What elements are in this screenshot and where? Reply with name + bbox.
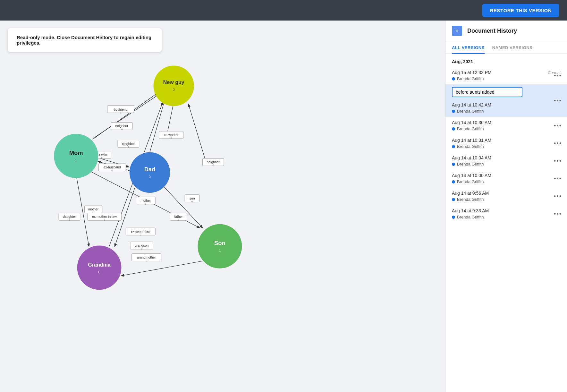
svg-text:grandmother: grandmother	[137, 256, 156, 259]
history-item[interactable]: Aug 14 at 10:31 AM Brenda Griffith •••	[445, 134, 567, 152]
author-name: Brenda Griffith	[457, 109, 484, 114]
svg-text:0: 0	[112, 169, 113, 172]
history-item-author: Brenda Griffith	[452, 76, 561, 81]
author-dot	[452, 180, 455, 183]
svg-text:ex-wife: ex-wife	[97, 153, 107, 157]
history-item-time: Aug 14 at 10:31 AM	[452, 138, 561, 143]
svg-text:0: 0	[212, 164, 214, 167]
svg-text:0: 0	[146, 259, 147, 262]
history-item[interactable]: Aug 14 at 10:42 AM Brenda Griffith •••	[445, 84, 567, 117]
history-item-author: Brenda Griffith	[452, 197, 561, 202]
author-dot	[452, 77, 455, 81]
history-item-time: Aug 14 at 9:33 AM	[452, 208, 561, 213]
svg-text:0: 0	[191, 200, 193, 203]
history-item[interactable]: Aug 14 at 9:56 AM Brenda Griffith •••	[445, 187, 567, 205]
more-options-button[interactable]: •••	[554, 193, 562, 200]
svg-text:0: 0	[178, 218, 179, 221]
author-name: Brenda Griffith	[457, 76, 484, 81]
canvas-area: Read-only mode. Close Document History t…	[0, 21, 445, 392]
svg-text:0: 0	[173, 88, 175, 91]
svg-text:mother: mother	[88, 208, 99, 211]
more-options-button[interactable]: •••	[554, 72, 562, 79]
svg-point-73	[77, 245, 122, 290]
svg-text:0: 0	[149, 175, 151, 179]
author-dot	[452, 216, 455, 219]
svg-text:1: 1	[75, 158, 77, 162]
history-item[interactable]: Aug 14 at 10:04 AM Brenda Griffith •••	[445, 152, 567, 170]
author-name: Brenda Griffith	[457, 215, 484, 219]
history-item-author: Brenda Griffith	[452, 215, 561, 219]
more-options-button[interactable]: •••	[554, 158, 562, 164]
more-options-button[interactable]: •••	[554, 175, 562, 182]
svg-point-61	[154, 65, 194, 106]
svg-text:daughter: daughter	[63, 215, 76, 218]
svg-line-1	[95, 94, 159, 137]
graph-container: boyfriend 0 neighbor 0 co-worker 0 neigh…	[0, 21, 445, 392]
svg-text:neighbor: neighbor	[115, 124, 129, 128]
svg-text:0: 0	[69, 218, 70, 221]
history-item-time: Aug 14 at 10:36 AM	[452, 120, 561, 125]
tab-all-versions[interactable]: ALL VERSIONS	[452, 41, 485, 54]
panel-title: Document History	[467, 28, 517, 34]
name-input-container	[445, 84, 567, 100]
svg-text:New guy: New guy	[163, 79, 184, 85]
svg-text:0: 0	[141, 247, 142, 250]
history-item-time: Aug 14 at 10:42 AM	[452, 102, 561, 107]
svg-text:0: 0	[145, 202, 147, 205]
close-panel-button[interactable]: ×	[452, 26, 462, 36]
svg-text:0: 0	[128, 146, 129, 149]
svg-text:ex-husband: ex-husband	[104, 166, 121, 169]
history-item[interactable]: Aug 15 at 12:33 PM Brenda Griffith Curre…	[445, 67, 567, 84]
svg-text:ex-son-in-law: ex-son-in-law	[131, 230, 151, 233]
readonly-text: Read-only mode. Close Document History t…	[17, 35, 151, 46]
history-item-time: Aug 14 at 10:00 AM	[452, 173, 561, 178]
history-item-time: Aug 14 at 10:04 AM	[452, 155, 561, 160]
svg-text:0: 0	[170, 137, 172, 140]
topbar: RESTORE THIS VERSION	[0, 0, 567, 21]
history-item-author: Brenda Griffith	[452, 109, 561, 114]
history-list: Aug, 2021 Aug 15 at 12:33 PM Brenda Grif…	[445, 54, 567, 392]
history-item-author: Brenda Griffith	[452, 126, 561, 131]
panel-tabs: ALL VERSIONS NAMED VERSIONS	[445, 41, 567, 54]
more-options-button[interactable]: •••	[554, 210, 562, 217]
svg-text:neighbor: neighbor	[207, 160, 220, 164]
readonly-banner: Read-only mode. Close Document History t…	[8, 28, 162, 52]
svg-text:1: 1	[219, 249, 221, 252]
svg-text:Grandma: Grandma	[88, 262, 111, 268]
author-dot	[452, 110, 455, 113]
svg-text:Mom: Mom	[69, 149, 83, 156]
author-name: Brenda Griffith	[457, 179, 484, 184]
svg-text:father: father	[174, 215, 183, 218]
history-item-author: Brenda Griffith	[452, 144, 561, 149]
history-item-author: Brenda Griffith	[452, 179, 561, 184]
history-item[interactable]: Aug 14 at 10:00 AM Brenda Griffith •••	[445, 170, 567, 187]
svg-text:son: son	[190, 197, 195, 200]
history-item-author: Brenda Griffith	[452, 162, 561, 166]
version-name-input[interactable]	[452, 87, 522, 97]
more-options-button[interactable]: •••	[554, 122, 562, 129]
author-name: Brenda Griffith	[457, 197, 484, 202]
panel-header: × Document History	[445, 21, 567, 41]
svg-text:Dad: Dad	[144, 166, 156, 173]
history-item[interactable]: Aug 14 at 10:36 AM Brenda Griffith •••	[445, 117, 567, 134]
right-panel: × Document History ALL VERSIONS NAMED VE…	[445, 21, 567, 392]
svg-text:0: 0	[101, 157, 103, 159]
svg-text:0: 0	[140, 233, 141, 236]
svg-text:boyfriend: boyfriend	[114, 108, 128, 111]
svg-text:co-worker: co-worker	[164, 133, 179, 137]
svg-line-11	[189, 104, 207, 165]
restore-button[interactable]: RESTORE THIS VERSION	[482, 4, 559, 17]
svg-line-9	[122, 261, 203, 276]
history-item-time: Aug 14 at 9:56 AM	[452, 191, 561, 196]
svg-text:0: 0	[98, 270, 100, 274]
history-item[interactable]: Aug 14 at 9:33 AM Brenda Griffith •••	[445, 205, 567, 223]
tab-named-versions[interactable]: NAMED VERSIONS	[492, 41, 532, 54]
more-options-button[interactable]: •••	[554, 97, 562, 104]
svg-text:0: 0	[121, 128, 123, 131]
svg-text:neighbor: neighbor	[122, 142, 135, 146]
svg-text:mother: mother	[140, 199, 151, 202]
author-name: Brenda Griffith	[457, 162, 484, 166]
month-header: Aug, 2021	[445, 54, 567, 67]
author-dot	[452, 145, 455, 148]
more-options-button[interactable]: •••	[554, 140, 562, 147]
